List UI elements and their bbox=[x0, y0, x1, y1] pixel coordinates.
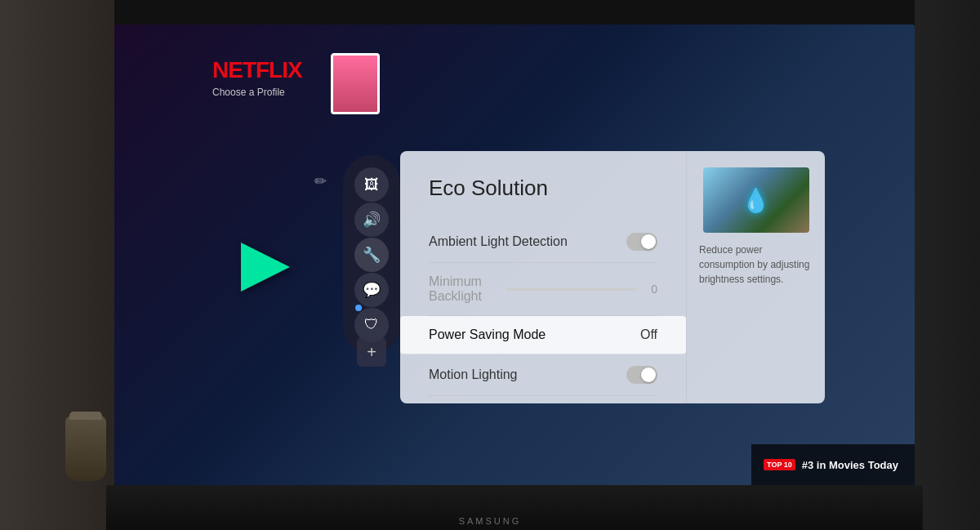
sidebar-item-picture[interactable]: 🖼 bbox=[354, 167, 389, 202]
top10-badge: TOP 10 bbox=[764, 459, 795, 470]
auto-power-off-item[interactable]: Auto Power Off bbox=[429, 396, 657, 403]
green-arrow-indicator bbox=[241, 243, 290, 292]
netflix-bottom-bar: TOP 10 #3 in Movies Today bbox=[751, 444, 915, 485]
sound-icon: 🔊 bbox=[363, 211, 381, 229]
sidebar-item-tools[interactable]: 🔧 bbox=[354, 238, 389, 272]
picture-icon: 🖼 bbox=[364, 176, 379, 194]
backlight-slider-container: 0 bbox=[506, 283, 657, 296]
water-drop-icon: 💧 bbox=[742, 187, 770, 214]
tv-screen: NETFLIX Choose a Profile TOP 10 #3 in Mo… bbox=[114, 24, 915, 485]
eco-image-overlay: 💧 bbox=[703, 167, 809, 233]
ambient-light-item[interactable]: Ambient Light Detection bbox=[429, 221, 657, 263]
eco-solution-panel: Eco Solution Ambient Light Detection Min… bbox=[400, 151, 825, 403]
backlight-slider-value: 0 bbox=[645, 283, 657, 296]
sidebar-item-support[interactable]: 💬 bbox=[354, 273, 389, 307]
support-icon: 💬 bbox=[363, 281, 381, 299]
backlight-slider-track[interactable] bbox=[506, 288, 637, 291]
power-saving-item[interactable]: Power Saving Mode Off bbox=[400, 316, 686, 354]
tv-frame: NETFLIX Choose a Profile TOP 10 #3 in Mo… bbox=[0, 0, 980, 530]
security-icon: 🛡 bbox=[364, 316, 379, 333]
minimum-backlight-item[interactable]: Minimum Backlight 0 bbox=[429, 263, 657, 316]
eco-description-text: Reduce power consumption by adjusting br… bbox=[699, 243, 813, 287]
eco-panel-title: Eco Solution bbox=[429, 176, 657, 201]
netflix-profile-thumbnail[interactable] bbox=[331, 53, 380, 114]
netflix-ranking-text: #3 in Movies Today bbox=[802, 459, 898, 471]
netflix-profile-area: NETFLIX Choose a Profile bbox=[212, 57, 302, 98]
eco-info-panel: 💧 Reduce power consumption by adjusting … bbox=[686, 151, 825, 403]
power-saving-value: Off bbox=[640, 327, 657, 342]
eco-main-content: Eco Solution Ambient Light Detection Min… bbox=[400, 151, 686, 403]
plus-icon: + bbox=[367, 343, 376, 362]
netflix-logo: NETFLIX bbox=[212, 57, 302, 83]
minimum-backlight-label: Minimum Backlight bbox=[429, 274, 506, 304]
samsung-brand: SAMSUNG bbox=[459, 516, 522, 526]
power-saving-label: Power Saving Mode bbox=[429, 327, 546, 342]
motion-lighting-item[interactable]: Motion Lighting bbox=[429, 354, 657, 396]
room-wall-right bbox=[915, 0, 980, 530]
ambient-light-label: Ambient Light Detection bbox=[429, 234, 568, 249]
motion-lighting-toggle[interactable] bbox=[626, 366, 657, 384]
tools-icon: 🔧 bbox=[363, 246, 381, 264]
ambient-light-toggle[interactable] bbox=[626, 233, 657, 251]
netflix-subtitle: Choose a Profile bbox=[212, 87, 302, 98]
blue-dot-indicator bbox=[355, 305, 362, 311]
edit-icon[interactable]: ✏ bbox=[314, 172, 327, 190]
decorative-vase bbox=[65, 416, 106, 481]
sidebar-item-sound[interactable]: 🔊 bbox=[354, 203, 389, 237]
motion-lighting-label: Motion Lighting bbox=[429, 367, 518, 382]
eco-thumbnail: 💧 bbox=[703, 167, 809, 233]
sidebar-add-button[interactable]: + bbox=[357, 337, 386, 367]
settings-sidebar: 🖼 🔊 🔧 💬 🛡 bbox=[343, 155, 400, 354]
